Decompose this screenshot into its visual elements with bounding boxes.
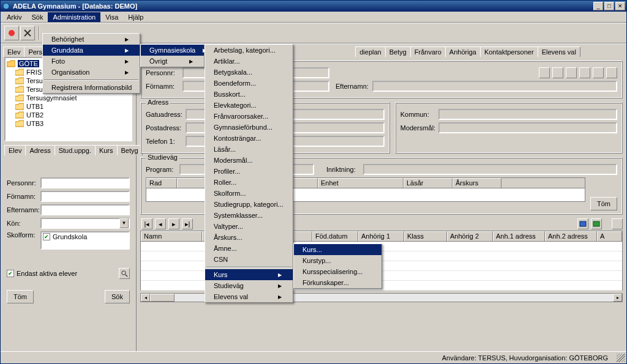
magnifier-icon[interactable] <box>119 268 130 279</box>
col-enhet[interactable]: Enhet <box>318 178 404 188</box>
mi-kontostrangar[interactable]: Kontosträngar... <box>205 133 293 144</box>
menu-organisation[interactable]: Organisation▶ <box>43 67 140 78</box>
mi-modersmal[interactable]: Modersmål... <box>205 155 293 166</box>
mi-arbetslag[interactable]: Arbetslag, kategori... <box>205 45 293 56</box>
input-efternamn[interactable] <box>40 204 130 215</box>
mi-profiler[interactable]: Profiler... <box>205 166 293 177</box>
menu-administration[interactable]: Administration <box>48 12 100 22</box>
field-efternamn[interactable] <box>372 81 617 92</box>
tab-betyg[interactable]: Betyg <box>385 46 411 57</box>
input-personnr[interactable] <box>40 177 130 188</box>
clear-button[interactable]: Töm <box>7 290 34 303</box>
mi-kurstyp[interactable]: Kurstyp... <box>294 255 381 266</box>
mi-boendeform[interactable]: Boendeform... <box>205 78 293 89</box>
tab-dieplan[interactable]: dieplan <box>355 46 385 57</box>
search-button[interactable]: Sök <box>105 290 130 303</box>
mi-elevensval[interactable]: Elevens val▶ <box>205 291 293 302</box>
mid-tab-studuppg[interactable]: Stud.uppg. <box>54 145 96 155</box>
col-anhorig2[interactable]: Anhörig 2 <box>447 231 493 241</box>
icon-btn-1[interactable] <box>539 67 550 78</box>
mi-kursspecialisering[interactable]: Kursspecialisering... <box>294 266 381 277</box>
mi-arskurs[interactable]: Årskurs... <box>205 232 293 243</box>
menu-gymnasieskola[interactable]: Gymnasieskola▶ <box>141 45 204 56</box>
mi-studievag[interactable]: Studieväg▶ <box>205 280 293 291</box>
menu-ovrigt[interactable]: Övrigt▶ <box>141 56 204 67</box>
icon-btn-2[interactable] <box>552 67 563 78</box>
tree-item[interactable]: Tersusgymnasiet <box>7 94 130 102</box>
mi-kurs-kurs[interactable]: Kurs... <box>294 244 381 255</box>
nav-first-icon[interactable]: |◂ <box>141 218 152 229</box>
maximize-button[interactable]: □ <box>604 2 614 10</box>
mi-amne[interactable]: Ämne... <box>205 243 293 254</box>
select-kon[interactable]: ▼ <box>40 218 130 229</box>
excel-icon[interactable] <box>591 218 602 229</box>
icon-btn-3[interactable] <box>566 67 577 78</box>
col-a[interactable]: A <box>597 231 622 241</box>
nav-last-icon[interactable]: ▸| <box>182 218 193 229</box>
menu-sok[interactable]: Sök <box>26 12 48 22</box>
menu-registrera-informationsbild[interactable]: Registrera Informationsbild <box>43 82 140 93</box>
mi-roller[interactable]: Roller... <box>205 177 293 188</box>
col-foddatum[interactable]: Föd.datum <box>312 231 358 241</box>
tree-item[interactable]: UTB1 <box>7 102 130 111</box>
mi-lasar[interactable]: Läsår... <box>205 144 293 155</box>
toolbar-record-button[interactable] <box>4 26 19 40</box>
mid-tab-elev[interactable]: Elev <box>4 145 26 155</box>
nav-prev-icon[interactable]: ◂ <box>155 218 166 229</box>
mi-skolform[interactable]: Skolform... <box>205 188 293 199</box>
left-tab-elev[interactable]: Elev <box>3 46 24 57</box>
checkbox-endast[interactable]: ✔ <box>7 270 14 277</box>
input-fornamn[interactable] <box>40 191 130 202</box>
mi-kurs[interactable]: Kurs▶ <box>205 269 293 280</box>
minimize-button[interactable]: _ <box>593 2 603 10</box>
mi-franvaroorsaker[interactable]: Frånvaroorsaker... <box>205 111 293 122</box>
mi-valtyper[interactable]: Valtyper... <box>205 221 293 232</box>
mi-artiklar[interactable]: Artiklar... <box>205 56 293 67</box>
tab-anhoriga[interactable]: Anhöriga <box>445 46 481 57</box>
extra-icon[interactable] <box>612 218 623 229</box>
checkbox-checked-icon[interactable]: ✔ <box>43 233 50 240</box>
col-anh1adress[interactable]: Anh.1 adress <box>493 231 545 241</box>
tree-item[interactable]: UTB3 <box>7 119 130 128</box>
field-modersmal[interactable] <box>438 122 617 133</box>
mi-forkunskaper[interactable]: Förkunskaper... <box>294 277 381 288</box>
col-klass[interactable]: Klass <box>404 231 447 241</box>
scroll-right-icon[interactable]: ▸ <box>613 294 622 302</box>
menu-visa[interactable]: Visa <box>100 12 123 22</box>
icon-btn-5[interactable] <box>593 67 604 78</box>
tab-franvaro[interactable]: Frånvaro <box>410 46 446 57</box>
resize-grip-icon[interactable] <box>617 354 625 362</box>
col-rad[interactable]: Rad <box>146 178 177 188</box>
mi-studiegrupp[interactable]: Studiegrupp, kategori... <box>205 199 293 210</box>
menu-hjalp[interactable]: Hjälp <box>123 12 148 22</box>
menu-foto[interactable]: Foto▶ <box>43 56 140 67</box>
tree-item[interactable]: UTB2 <box>7 111 130 119</box>
mi-csn[interactable]: CSN <box>205 254 293 265</box>
tab-elevensval[interactable]: Elevens val <box>538 46 580 57</box>
menu-grunddata[interactable]: Grunddata▶ <box>43 45 140 56</box>
mi-gymnasieforbund[interactable]: Gymnasieförbund... <box>205 122 293 133</box>
nav-next-icon[interactable]: ▸ <box>168 218 179 229</box>
export-icon[interactable] <box>577 218 588 229</box>
scroll-left-icon[interactable]: ◂ <box>141 294 150 302</box>
mi-busskort[interactable]: Busskort... <box>205 89 293 100</box>
mi-elevkategori[interactable]: Elevkategori... <box>205 100 293 111</box>
toolbar-tools-button[interactable] <box>20 26 35 40</box>
col-namn[interactable]: Namn <box>141 231 202 241</box>
tab-kontaktpersoner[interactable]: Kontaktpersoner <box>480 46 538 57</box>
mid-tab-kurs[interactable]: Kurs <box>95 145 118 155</box>
close-button[interactable]: ✕ <box>615 2 625 10</box>
menu-arkiv[interactable]: Arkiv <box>2 12 26 22</box>
scroll-thumb[interactable] <box>150 294 175 302</box>
col-lasar[interactable]: Läsår <box>404 178 452 188</box>
listbox-skolform[interactable]: ✔ Grundskola <box>40 231 130 250</box>
field-kommun[interactable] <box>438 109 617 120</box>
mid-tab-adress[interactable]: Adress <box>25 145 54 155</box>
mi-systemklasser[interactable]: Systemklasser... <box>205 210 293 221</box>
col-anhorig1[interactable]: Anhörig 1 <box>358 231 404 241</box>
mi-betygskala[interactable]: Betygskala... <box>205 67 293 78</box>
icon-btn-6[interactable] <box>606 67 617 78</box>
field-inriktning[interactable] <box>363 164 617 175</box>
icon-btn-4[interactable] <box>579 67 590 78</box>
tom-button[interactable]: Töm <box>590 197 617 210</box>
